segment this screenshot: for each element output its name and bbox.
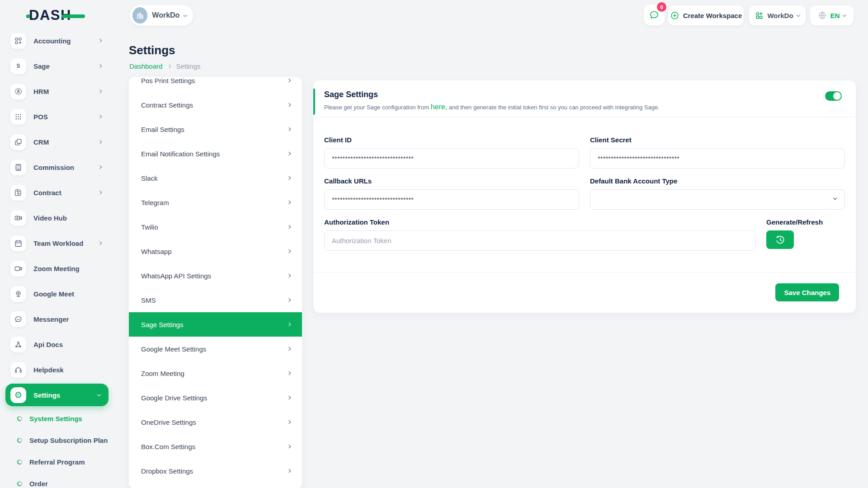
bullet-ring-icon xyxy=(16,437,23,443)
client-id-input[interactable] xyxy=(324,148,579,169)
description-suffix: and then generate the initial token firs… xyxy=(449,104,660,111)
chevron-right-icon xyxy=(287,347,291,351)
pos-dots-icon xyxy=(10,109,26,125)
sidebar-item-video-hub[interactable]: Video Hub xyxy=(0,205,115,230)
default-bank-account-type-label: Default Bank Account Type xyxy=(590,177,677,185)
sidebar-item-accounting[interactable]: Accounting xyxy=(0,28,115,53)
sidebar-item-api-docs[interactable]: Api Docs xyxy=(0,332,115,357)
card-description: Please get your Sage configuration from … xyxy=(324,103,660,111)
callback-urls-input[interactable] xyxy=(324,189,579,210)
chevron-down-icon xyxy=(833,196,837,200)
menu-item-label: WhatsApp API Settings xyxy=(141,272,211,280)
sidebar-item-label: Contract xyxy=(33,189,61,197)
save-changes-button[interactable]: Save Changes xyxy=(775,283,839,301)
headset-icon xyxy=(10,362,26,378)
authorization-token-input[interactable] xyxy=(324,230,755,251)
settings-menu-item-dropbox-settings[interactable]: Dropbox Settings xyxy=(129,459,302,483)
settings-menu-item-onedrive-settings[interactable]: OneDrive Settings xyxy=(129,410,302,434)
chevron-right-icon xyxy=(287,176,291,180)
sidebar-item-label: Commission xyxy=(33,164,74,171)
chevron-right-icon xyxy=(167,64,171,68)
workspace-menu-label: WorkDo xyxy=(767,12,793,19)
sidebar-item-contract[interactable]: Contract xyxy=(0,180,115,205)
messages-button[interactable]: 0 xyxy=(644,5,665,25)
client-secret-label: Client Secret xyxy=(590,136,632,144)
settings-menu-item-whatsapp-api-settings[interactable]: WhatsApp API Settings xyxy=(129,263,302,288)
sidebar-subitem-referral-program[interactable]: Referral Program xyxy=(0,451,115,473)
settings-menu-item-contract-settings[interactable]: Contract Settings xyxy=(129,93,302,117)
breadcrumb-dashboard-link[interactable]: Dashboard xyxy=(129,62,162,70)
chevron-right-icon xyxy=(287,371,291,375)
bullet-ring-icon xyxy=(16,459,23,465)
sidebar-subitem-system-settings[interactable]: System Settings xyxy=(0,408,115,429)
settings-menu-item-slack[interactable]: Slack xyxy=(129,166,302,190)
workspace-menu[interactable]: WorkDo xyxy=(749,5,806,25)
settings-menu-item-zoom-meeting[interactable]: Zoom Meeting xyxy=(129,361,302,385)
sidebar-item-pos[interactable]: POS xyxy=(0,104,115,129)
sidebar-item-helpdesk[interactable]: Helpdesk xyxy=(0,357,115,382)
chevron-right-icon xyxy=(287,298,291,302)
chevron-right-icon xyxy=(287,201,291,204)
language-menu[interactable]: EN xyxy=(810,5,854,25)
sidebar-item-label: CRM xyxy=(33,138,49,146)
sidebar-item-hrm[interactable]: HRM xyxy=(0,79,115,104)
sidebar-subitem-setup-subscription-plan[interactable]: Setup Subscription Plan xyxy=(0,429,115,451)
toggle-knob xyxy=(833,92,841,100)
settings-menu-card: Pos Print Settings Contract Settings Ema… xyxy=(129,77,302,488)
sidebar-item-crm[interactable]: CRM xyxy=(0,129,115,155)
sidebar-item-messenger[interactable]: Messenger xyxy=(0,306,115,332)
client-secret-input[interactable] xyxy=(590,148,845,169)
menu-item-label: Zoom Meeting xyxy=(141,370,184,377)
settings-menu-item-twilio[interactable]: Twilio xyxy=(129,215,302,239)
generate-refresh-button[interactable] xyxy=(766,230,794,249)
chevron-down-icon xyxy=(184,13,187,16)
sidebar-item-zoom-meeting[interactable]: Zoom Meeting xyxy=(0,256,115,281)
here-link[interactable]: here, xyxy=(431,103,447,111)
sidebar-item-label: Helpdesk xyxy=(33,366,64,374)
sidebar-item-settings[interactable]: ⚙ Settings xyxy=(5,384,108,406)
settings-menu-item-sage-settings[interactable]: Sage Settings xyxy=(129,312,302,337)
settings-menu-item-email-settings[interactable]: Email Settings xyxy=(129,117,302,141)
subitem-label: Setup Subscription Plan xyxy=(29,436,108,444)
chevron-right-icon xyxy=(287,249,291,253)
settings-menu-item-box-com-settings[interactable]: Box.Com Settings xyxy=(129,434,302,459)
default-bank-account-type-select[interactable] xyxy=(590,189,845,210)
breadcrumb-current: Settings xyxy=(176,62,200,70)
chevron-right-icon xyxy=(287,152,291,155)
menu-item-label: Contract Settings xyxy=(141,101,193,109)
chevron-right-icon xyxy=(287,127,291,131)
svg-text:S: S xyxy=(17,63,20,69)
dash-logo[interactable]: DASH xyxy=(29,7,71,23)
settings-menu-item-whatsapp[interactable]: Whatsapp xyxy=(129,239,302,263)
workspace-switcher[interactable]: WorkDo xyxy=(130,5,193,26)
sidebar-item-team-workload[interactable]: Team Workload xyxy=(0,230,115,256)
settings-menu-item-google-meet-settings[interactable]: Google Meet Settings xyxy=(129,337,302,361)
settings-menu-item-pos-print-settings[interactable]: Pos Print Settings xyxy=(129,77,302,93)
settings-menu-item-telegram[interactable]: Telegram xyxy=(129,190,302,215)
gear-icon: ⚙ xyxy=(10,387,26,403)
chevron-down-icon xyxy=(796,13,800,16)
sage-enabled-toggle[interactable] xyxy=(825,91,842,101)
logo-green-dot xyxy=(26,14,30,18)
chevron-right-icon xyxy=(287,469,291,473)
sidebar-item-commission[interactable]: Commission xyxy=(0,155,115,180)
settings-menu-item-sms[interactable]: SMS xyxy=(129,288,302,312)
chat-bubble-icon xyxy=(10,311,26,327)
sidebar-subitem-order[interactable]: Order xyxy=(0,473,115,488)
settings-menu-item-google-drive-settings[interactable]: Google Drive Settings xyxy=(129,385,302,410)
chevron-right-icon xyxy=(287,274,291,277)
logo-green-bar xyxy=(61,14,85,18)
bullet-ring-icon xyxy=(16,480,23,487)
chevron-right-icon xyxy=(98,191,102,194)
breadcrumb: Dashboard Settings xyxy=(129,62,201,70)
authorization-token-label: Authorization Token xyxy=(324,218,389,226)
chevron-right-icon xyxy=(98,115,102,118)
create-workspace-button[interactable]: Create Workspace xyxy=(668,5,744,25)
menu-item-label: Whatsapp xyxy=(141,248,172,255)
history-icon xyxy=(775,235,785,245)
card-title: Sage Settings xyxy=(324,90,378,99)
sidebar-item-sage[interactable]: S Sage xyxy=(0,53,115,79)
bullet-ring-icon xyxy=(16,415,23,422)
settings-menu-item-email-notification-settings[interactable]: Email Notification Settings xyxy=(129,141,302,166)
sidebar-item-google-meet[interactable]: Google Meet xyxy=(0,281,115,306)
